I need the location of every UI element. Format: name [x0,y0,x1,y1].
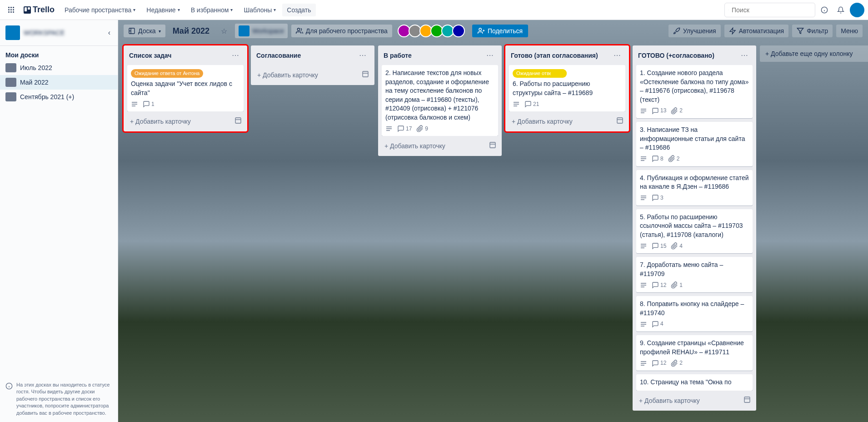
card-label: Ожидание ответа от [513,69,567,78]
board-title[interactable]: Май 2022 [169,26,213,36]
card-badges: 13 2 [640,107,749,115]
board-thumb [5,63,16,72]
card-text: 10. Страницу на тема "Окна по [640,378,731,386]
comments-badge: 1 [143,100,155,108]
comments-badge: 17 [397,125,412,133]
card[interactable]: 2. Написание текстов для новых разделов,… [382,65,498,136]
comments-badge: 12 [652,359,666,367]
svg-point-4 [297,28,299,30]
add-list-button[interactable]: + Добавьте еще одну колонку [760,45,868,62]
card[interactable]: 7. Доработать меню сайта – #119709 12 1 [636,257,753,292]
card[interactable]: 9. Создание страницы «Сравнение профилей… [636,335,753,371]
template-button[interactable] [360,69,371,81]
card[interactable]: 8. Поправить кнопку на слайдере – #11974… [636,296,753,332]
board-item-name: Сентябрь 2021 (+) [20,93,74,100]
attachments-badge: 2 [668,155,680,163]
add-card-button[interactable]: + Добавить карточку [382,140,484,152]
svg-rect-7 [363,71,368,77]
board-item-name: Июль 2022 [20,64,52,71]
list-title[interactable]: Готово (этап согласования) [511,52,598,59]
nav-templates[interactable]: Шаблоны▾ [239,4,280,16]
menu-button[interactable]: Меню [836,25,863,37]
sidebar-footer-text: На этих досках вы находитесь в статусе г… [16,382,112,417]
list-footer: + Добавить карточку [378,136,502,156]
improvements-button[interactable]: Улучшения [668,25,721,37]
search-box[interactable] [724,3,815,17]
card[interactable]: 3. Написание ТЗ на информационные статьи… [636,122,753,166]
card[interactable]: 1. Создание нового раздела «Остекление б… [636,65,753,118]
description-badge [640,155,647,162]
attachments-badge: 9 [416,125,428,133]
nav-recent[interactable]: Недавние▾ [142,4,184,16]
trello-logo-icon [24,6,31,14]
board-icon [128,27,135,35]
list-menu-button[interactable]: ⋯ [356,50,369,60]
cards: Ожидание ответа от6. Работы по расширени… [505,65,629,111]
board-header: Доска ▾ Май 2022 ☆ Workspace Для рабочег… [118,20,868,42]
list-menu-button[interactable]: ⋯ [611,50,624,60]
svg-rect-8 [490,142,495,148]
list-menu-button[interactable]: ⋯ [738,50,751,60]
card-badges: 21 [513,100,622,108]
add-card-button[interactable]: + Добавить карточку [127,115,230,128]
template-button[interactable] [742,394,753,407]
list-title[interactable]: В работе [384,52,412,59]
info-button[interactable] [817,3,832,17]
list-title[interactable]: Согласование [256,52,301,59]
card-text: 6. Работы по расширению структуры сайта … [513,80,593,96]
card[interactable]: Ожидание ответа от АнтонаОценка задачи "… [127,65,244,111]
add-card-button[interactable]: + Добавить карточку [254,69,357,81]
search-icon [728,6,729,14]
filter-button[interactable]: Фильтр [792,25,833,37]
card[interactable]: 10. Страницу на тема "Окна по [636,374,753,391]
automation-button[interactable]: Автоматизация [724,25,788,37]
collapse-sidebar-button[interactable]: ‹ [106,27,112,39]
apps-icon [8,7,14,13]
nav-starred[interactable]: В избранном▾ [186,4,238,16]
visibility-button[interactable]: Для рабочего пространства [291,25,392,37]
list-menu-button[interactable]: ⋯ [484,50,496,60]
svg-rect-9 [617,118,623,123]
nav-workspaces[interactable]: Рабочие пространства▾ [60,4,140,16]
card-text: 8. Поправить кнопку на слайдере – #11974… [640,300,744,316]
notifications-button[interactable] [833,3,848,17]
add-card-button[interactable]: + Добавить карточку [509,115,612,128]
search-input[interactable] [732,6,811,14]
workspace-chip[interactable]: Workspace [235,24,288,38]
nav-create[interactable]: Создать [282,4,315,16]
comments-badge: 8 [652,155,663,163]
description-badge [385,125,393,132]
chevron-down-icon: ▾ [178,7,180,12]
card[interactable]: Ожидание ответа от6. Работы по расширени… [509,65,625,111]
sidebar-board-item[interactable]: Июль 2022 [0,60,118,75]
board-list: Июль 2022Май 2022Сентябрь 2021 (+) [0,60,118,110]
add-card-button[interactable]: + Добавить карточку [636,394,739,407]
star-button[interactable]: ☆ [217,24,231,38]
card-badges: 15 4 [640,242,749,250]
people-icon [296,27,303,35]
attachments-badge: 2 [671,359,683,367]
template-button[interactable] [487,140,498,152]
template-button[interactable] [233,115,244,128]
sidebar-board-item[interactable]: Сентябрь 2021 (+) [0,90,118,104]
view-switcher[interactable]: Доска ▾ [124,25,165,37]
list-title[interactable]: Список задач [129,52,171,59]
description-badge [640,360,647,367]
card[interactable]: 4. Публикация и оформление статей на кан… [636,170,753,206]
board-thumb [5,92,16,101]
card-text: 9. Создание страницы «Сравнение профилей… [640,339,744,356]
board-members[interactable] [399,25,465,37]
board-thumb [5,78,16,87]
list-title[interactable]: ГОТОВО (+согласовано) [638,52,714,59]
apps-switcher-button[interactable] [4,3,18,17]
member-avatar[interactable] [452,25,465,37]
logo[interactable]: Trello [20,5,58,15]
list: Готово (этап согласования)⋯Ожидание отве… [505,45,629,131]
template-button[interactable] [614,115,625,128]
card[interactable]: 5. Работы по расширению ссылочной массы … [636,209,753,254]
sidebar-board-item[interactable]: Май 2022 [0,75,118,90]
share-button[interactable]: Поделиться [472,25,528,37]
list-menu-button[interactable]: ⋯ [229,50,242,60]
comments-badge: 12 [652,281,666,289]
user-avatar[interactable] [850,3,864,17]
